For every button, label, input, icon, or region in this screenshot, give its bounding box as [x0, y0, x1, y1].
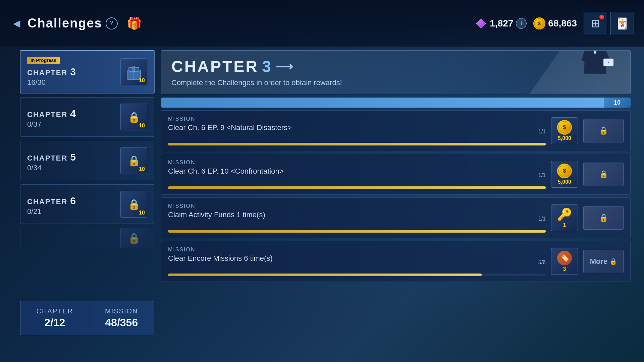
- chapter-6-reward: 🔒 10: [120, 191, 147, 218]
- mission-3-text: Claim Activity Funds 1 time(s): [168, 210, 546, 219]
- missions-list: MISSION Clear Ch. 6 EP. 9 <Natural Disas…: [161, 110, 631, 335]
- gem-currency: 1,827 +: [475, 17, 527, 29]
- help-button[interactable]: ?: [106, 17, 118, 29]
- chapter-3-reward: 10: [120, 58, 147, 85]
- chapter-arrow-icon: ⟶: [276, 60, 294, 74]
- mission-4-progress-fill: [168, 274, 482, 276]
- chapter-4-reward: 🔒 10: [120, 104, 147, 130]
- chapter-6-number: 6: [70, 195, 76, 206]
- svg-text:✦: ✦: [607, 61, 610, 64]
- mission-1-claim-button[interactable]: 🔒: [583, 119, 624, 142]
- chapter-4-reward-count: 10: [139, 123, 145, 129]
- chapter-5-card[interactable]: CHAPTER 5 0/34 🔒 10: [20, 141, 154, 180]
- gift-button[interactable]: 🎁: [124, 13, 145, 34]
- chapter-3-progress: 16/30: [27, 78, 120, 87]
- mission-4-progress-bar: [168, 274, 546, 276]
- chapter-partial-card[interactable]: 🔒: [20, 228, 154, 248]
- coin-value: 68,863: [548, 18, 577, 29]
- chapter-header-panel: CHAPTER 3 ⟶ Complete the Challenges in o…: [161, 50, 631, 94]
- mission-3-progress-text: 1/1: [538, 216, 546, 222]
- coin-currency: $ 68,863: [533, 17, 577, 29]
- top-progress-bar: 10: [161, 98, 631, 108]
- top-claim-button[interactable]: 10: [604, 98, 631, 108]
- back-arrow-icon: ◀: [10, 17, 23, 30]
- mission-3-progress-fill: [168, 230, 546, 233]
- chapter-title-text: CHAPTER: [171, 57, 259, 76]
- header: ◀ Challenges ? 🎁 1,827 +: [0, 0, 644, 47]
- mission-4-label: MISSION: [168, 247, 546, 253]
- chapter-4-progress: 0/37: [27, 120, 120, 129]
- mission-3-key-icon: 🔑: [557, 207, 572, 222]
- coin-icon: $: [533, 17, 545, 29]
- chapter-summary-label: CHAPTER: [36, 307, 73, 315]
- chapter-3-label: CHAPTER: [27, 68, 67, 77]
- chapter-summary-col: CHAPTER 2/12: [36, 307, 73, 329]
- currency-display: 1,827 + $ 68,863: [475, 17, 577, 29]
- mission-1-lock-icon: 🔒: [599, 126, 608, 135]
- mission-2-progress-bar: [168, 186, 546, 189]
- mission-summary-label: MISSION: [105, 307, 138, 315]
- chapter-4-label: CHAPTER: [27, 110, 67, 119]
- mission-3-info: MISSION Claim Activity Funds 1 time(s) 1…: [168, 203, 546, 233]
- mission-2-reward: $ 5,000: [551, 161, 578, 188]
- mission-2-label: MISSION: [168, 160, 546, 166]
- mission-4-stamp-icon: 🏷️: [557, 251, 572, 265]
- gem-value: 1,827: [490, 18, 513, 29]
- mission-4-progress-text: 5/6: [538, 259, 546, 265]
- chapter-3-card[interactable]: In Progress CHAPTER 3 16/30 10: [20, 50, 154, 93]
- mission-1-progress-bar: [168, 143, 546, 145]
- chapter-3-info: In Progress CHAPTER 3 16/30: [27, 57, 120, 87]
- page-title: Challenges: [28, 16, 102, 31]
- chapter-4-number: 4: [70, 108, 76, 119]
- chapter-5-reward-count: 10: [139, 166, 145, 172]
- mission-2-info: MISSION Clear Ch. 6 EP. 10 <Confrontatio…: [168, 160, 546, 189]
- chapter-5-reward: 🔒 10: [120, 147, 147, 174]
- chapter-4-lock-icon: 🔒: [128, 111, 140, 123]
- add-gem-button[interactable]: +: [516, 18, 527, 29]
- mission-1-reward: $ 5,000: [551, 117, 578, 144]
- mission-3-progress-bar: [168, 230, 546, 233]
- mission-2-progress-text: 1/1: [538, 172, 546, 178]
- mission-1-info: MISSION Clear Ch. 6 EP. 9 <Natural Disas…: [168, 116, 546, 145]
- mission-1-reward-amount: 5,000: [558, 135, 571, 141]
- mission-2-progress-fill: [168, 186, 546, 189]
- mission-2-claim-button[interactable]: 🔒: [583, 163, 624, 186]
- mission-3-reward: 🔑 1: [551, 204, 578, 231]
- mission-4-more-button[interactable]: More 🔒: [583, 250, 624, 273]
- mission-4-reward-amount: 3: [563, 266, 566, 272]
- mission-1-progress-text: 1/1: [538, 129, 546, 135]
- grid-view-button[interactable]: ⊞ 1: [584, 12, 607, 35]
- chapter-6-info: CHAPTER 6 0/21: [27, 192, 120, 216]
- mission-3-label: MISSION: [168, 203, 546, 209]
- mission-4-card: MISSION Clear Encore Missions 6 time(s) …: [161, 241, 631, 282]
- top-progress-fill: [161, 98, 607, 108]
- card-view-button[interactable]: 🃏: [610, 12, 634, 35]
- mission-1-text: Clear Ch. 6 EP. 9 <Natural Disasters>: [168, 123, 546, 132]
- mission-summary-col: MISSION 48/356: [105, 307, 138, 329]
- header-action-icons: ⊞ 1 🃏: [584, 12, 634, 35]
- chapter-summary: CHAPTER 2/12 MISSION 48/356: [20, 301, 154, 335]
- mission-2-text: Clear Ch. 6 EP. 10 <Confrontation>: [168, 167, 546, 176]
- chapter-4-card[interactable]: CHAPTER 4 0/37 🔒 10: [20, 97, 154, 137]
- chapter-sidebar: In Progress CHAPTER 3 16/30 10 CHAPTER 4: [20, 50, 154, 335]
- chapter-5-info: CHAPTER 5 0/34: [27, 149, 120, 172]
- chapter-5-progress: 0/34: [27, 164, 120, 172]
- chapter-6-card[interactable]: CHAPTER 6 0/21 🔒 10: [20, 184, 154, 224]
- mission-2-lock-icon: 🔒: [599, 170, 608, 179]
- grid-notification-badge: 1: [599, 15, 604, 19]
- chapter-5-number: 5: [70, 152, 76, 163]
- chapter-4-info: CHAPTER 4 0/37: [27, 105, 120, 129]
- mission-2-card: MISSION Clear Ch. 6 EP. 10 <Confrontatio…: [161, 154, 631, 195]
- main-content: CHAPTER 3 ⟶ Complete the Challenges in o…: [161, 50, 631, 335]
- chapter-5-label: CHAPTER: [27, 154, 67, 163]
- mission-4-text: Clear Encore Missions 6 time(s): [168, 254, 546, 263]
- mission-4-more-text: More: [590, 257, 608, 266]
- chapter-3-number: 3: [70, 66, 76, 77]
- chapter-summary-value: 2/12: [36, 316, 73, 329]
- mission-3-claim-button[interactable]: 🔒: [583, 206, 624, 230]
- mission-1-label: MISSION: [168, 116, 546, 122]
- svg-text:$: $: [563, 168, 566, 174]
- chapter-6-label: CHAPTER: [27, 197, 67, 206]
- chapter-3-reward-count: 10: [139, 77, 145, 83]
- back-button[interactable]: ◀ Challenges: [10, 16, 102, 31]
